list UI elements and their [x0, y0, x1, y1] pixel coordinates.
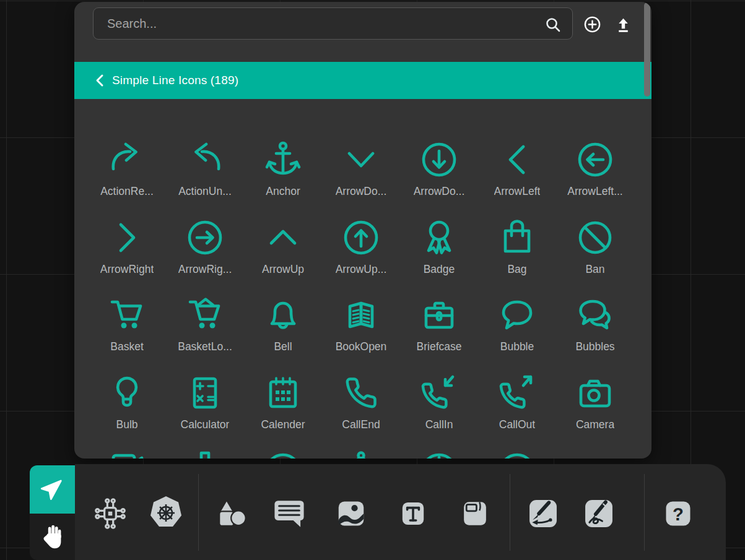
arrow-down-circle-icon	[419, 140, 459, 179]
icon-label: ArrowRig...	[178, 263, 232, 276]
components-tool-button[interactable]	[92, 495, 129, 532]
cutoff-clock-icon	[419, 450, 459, 459]
call-in-icon	[419, 373, 459, 413]
library-icon-arrowup[interactable]: ArrowUp...	[322, 213, 400, 291]
call-end-icon	[341, 373, 381, 413]
pencil-squiggle-icon	[582, 497, 616, 530]
library-icon-arrowdo[interactable]: ArrowDo...	[400, 135, 478, 213]
help-tool-button[interactable]: ?	[662, 498, 694, 530]
comment-icon	[271, 496, 307, 532]
icon-library-panel: Simple Line Icons (189) ActionRe...Actio…	[74, 2, 651, 459]
freehand-draw-tool-button[interactable]	[582, 497, 616, 530]
library-icon-bag[interactable]: Bag	[478, 213, 556, 291]
library-icon-cutoff-clock-icon[interactable]	[400, 446, 478, 459]
bag-icon	[497, 218, 537, 257]
select-tool-button[interactable]	[30, 465, 75, 514]
comment-tool-button[interactable]	[271, 496, 307, 532]
icon-label: Briefcase	[417, 340, 462, 353]
library-icon-arrowleft[interactable]: ArrowLeft...	[556, 135, 634, 213]
library-icon-ban[interactable]: Ban	[556, 213, 634, 291]
shapes-icon	[214, 496, 250, 532]
bubbles-icon	[575, 295, 615, 335]
icon-label: Basket	[110, 340, 144, 353]
toolbar-divider	[510, 474, 510, 551]
library-icon-arrowleft[interactable]: ArrowLeft	[478, 135, 556, 213]
icon-label: ArrowLeft	[494, 185, 541, 198]
icon-grid: ActionRe...ActionUn...AnchorArrowDo...Ar…	[88, 99, 634, 459]
chevron-left-icon[interactable]	[94, 74, 105, 87]
pan-tool-button[interactable]	[30, 514, 75, 560]
arrow-down-icon	[341, 140, 381, 179]
library-icon-basketlo[interactable]: BasketLo...	[166, 290, 244, 368]
image-tool-button[interactable]	[334, 497, 368, 530]
icon-label: Calender	[261, 418, 305, 431]
library-icon-bubbles[interactable]: Bubbles	[556, 290, 634, 368]
upload-icon[interactable]	[615, 16, 632, 33]
icon-label: Bubbles	[575, 340, 614, 353]
library-icon-bell[interactable]: Bell	[244, 290, 322, 368]
calculator-icon	[185, 373, 225, 413]
icon-label: ArrowLeft...	[567, 185, 622, 198]
library-icon-calender[interactable]: Calender	[244, 368, 322, 446]
arrow-left-icon	[497, 140, 537, 179]
library-icon-camera[interactable]: Camera	[556, 368, 634, 446]
library-header[interactable]: Simple Line Icons (189)	[74, 62, 651, 99]
icon-label: ActionUn...	[178, 185, 232, 198]
library-icon-arrowdo[interactable]: ArrowDo...	[322, 135, 400, 213]
library-icon-bookopen[interactable]: BookOpen	[322, 290, 400, 368]
icon-label: Ban	[585, 263, 604, 276]
library-icon-cutoff-cloud-icon[interactable]	[556, 446, 634, 459]
cutoff-chemistry-icon	[341, 450, 381, 459]
icon-label: ArrowRight	[100, 263, 154, 276]
note-tool-button[interactable]	[459, 498, 491, 530]
library-icon-cutoff-chart-icon[interactable]	[166, 446, 244, 459]
library-icon-callin[interactable]: CallIn	[400, 368, 478, 446]
kubernetes-tool-button[interactable]	[146, 494, 186, 533]
cursor-icon	[39, 475, 66, 504]
library-icon-basket[interactable]: Basket	[88, 290, 166, 368]
calendar-icon	[263, 373, 303, 413]
icon-label: Bubble	[500, 340, 534, 353]
library-icon-callout[interactable]: CallOut	[478, 368, 556, 446]
icon-label: CallOut	[499, 418, 535, 431]
library-icon-cutoff-close-circle-icon[interactable]	[478, 446, 556, 459]
icon-label: Bag	[507, 263, 526, 276]
library-icon-cutoff-camrecorder-icon[interactable]	[88, 446, 166, 459]
note-icon	[459, 498, 491, 530]
icon-label: ArrowUp	[262, 263, 304, 276]
library-icon-arrowright[interactable]: ArrowRight	[88, 213, 166, 291]
bulb-icon	[107, 373, 147, 413]
question-mark-icon: ?	[662, 498, 694, 530]
library-title: Simple Line Icons (189)	[112, 74, 238, 87]
cutoff-camrecorder-icon	[107, 450, 147, 459]
library-icon-actionun[interactable]: ActionUn...	[166, 135, 244, 213]
scrollbar-thumb[interactable]	[644, 2, 650, 97]
svg-text:?: ?	[673, 504, 684, 524]
library-icon-bubble[interactable]: Bubble	[478, 290, 556, 368]
action-redo-icon	[107, 140, 147, 179]
library-icon-anchor[interactable]: Anchor	[244, 135, 322, 213]
library-icon-briefcase[interactable]: Briefcase	[400, 290, 478, 368]
text-tool-button[interactable]	[398, 498, 429, 529]
library-icon-arrowrig[interactable]: ArrowRig...	[166, 213, 244, 291]
cutoff-check-circle-icon	[263, 450, 303, 459]
anchor-icon	[263, 140, 303, 179]
library-icon-badge[interactable]: Badge	[400, 213, 478, 291]
library-icon-calculator[interactable]: Calculator	[166, 368, 244, 446]
search-input[interactable]	[93, 7, 573, 40]
library-icon-bulb[interactable]: Bulb	[88, 368, 166, 446]
draw-edge-tool-button[interactable]	[526, 497, 560, 530]
icon-label: ArrowDo...	[336, 185, 387, 198]
library-icon-cutoff-chemistry-icon[interactable]	[322, 446, 400, 459]
plus-circle-icon[interactable]	[584, 16, 601, 33]
library-icon-actionre[interactable]: ActionRe...	[88, 135, 166, 213]
library-icon-callend[interactable]: CallEnd	[322, 368, 400, 446]
shapes-tool-button[interactable]	[214, 496, 250, 532]
library-icon-cutoff-check-circle-icon[interactable]	[244, 446, 322, 459]
library-icon-arrowup[interactable]: ArrowUp	[244, 213, 322, 291]
kubernetes-icon	[146, 494, 186, 533]
arrow-up-icon	[263, 218, 303, 257]
basket-icon	[107, 295, 147, 335]
image-icon	[334, 497, 368, 530]
hand-icon	[39, 522, 66, 552]
